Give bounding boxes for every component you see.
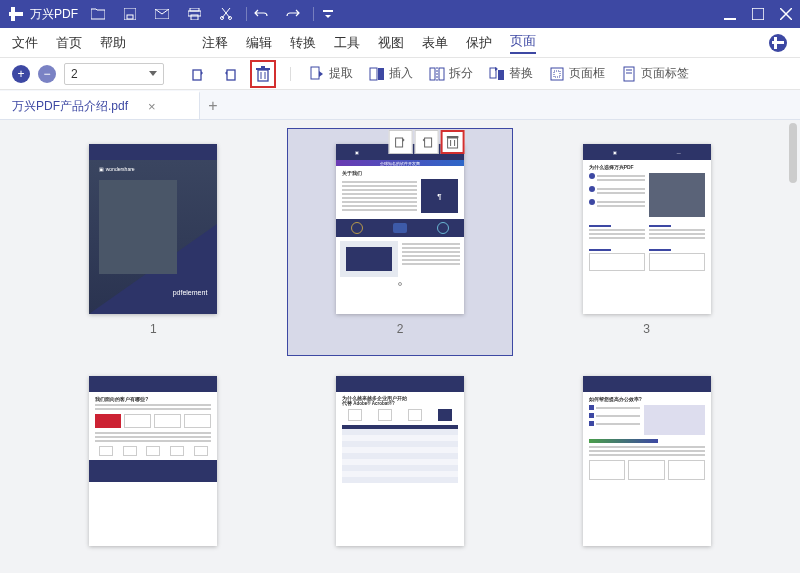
app-title: 万兴PDF bbox=[30, 6, 78, 23]
tab-close-icon[interactable]: × bbox=[148, 99, 156, 114]
product-name: pdfelement bbox=[173, 289, 208, 296]
svg-rect-27 bbox=[439, 68, 444, 80]
more-icon[interactable] bbox=[320, 6, 336, 22]
page-thumbnail[interactable]: ▣ wondershare pdfelement 1 bbox=[60, 144, 247, 336]
menu-form[interactable]: 表单 bbox=[422, 34, 448, 52]
page-select-dropdown[interactable]: 2 bbox=[64, 63, 164, 85]
split-icon bbox=[429, 66, 445, 82]
cut-icon[interactable] bbox=[218, 6, 234, 22]
svg-rect-20 bbox=[261, 66, 265, 68]
replace-button[interactable]: 替换 bbox=[485, 63, 537, 84]
svg-rect-32 bbox=[554, 71, 560, 77]
svg-rect-10 bbox=[323, 10, 333, 12]
svg-rect-18 bbox=[258, 70, 268, 81]
svg-rect-37 bbox=[425, 138, 432, 147]
pages-canvas: ▣ wondershare pdfelement 1 ▣—— 全球知名的软件开发… bbox=[0, 120, 800, 573]
rotate-left-button[interactable] bbox=[186, 62, 210, 86]
chevron-down-icon bbox=[149, 71, 157, 76]
svg-rect-36 bbox=[396, 138, 403, 147]
menu-edit[interactable]: 编辑 bbox=[246, 34, 272, 52]
redo-icon[interactable] bbox=[285, 6, 301, 22]
replace-icon bbox=[489, 66, 505, 82]
page-thumbnail[interactable]: ▣— 为什么选择万兴PDF bbox=[553, 144, 740, 336]
brand-logo-icon bbox=[768, 33, 788, 53]
svg-rect-1 bbox=[9, 12, 23, 16]
svg-rect-33 bbox=[624, 67, 634, 81]
tabstrip: 万兴PDF产品介绍.pdf × + bbox=[0, 90, 800, 120]
menu-convert[interactable]: 转换 bbox=[290, 34, 316, 52]
menu-view[interactable]: 视图 bbox=[378, 34, 404, 52]
maximize-icon[interactable] bbox=[752, 8, 764, 20]
menu-help[interactable]: 帮助 bbox=[100, 34, 126, 52]
print-icon[interactable] bbox=[186, 6, 202, 22]
svg-point-8 bbox=[221, 17, 224, 20]
svg-rect-26 bbox=[430, 68, 435, 80]
svg-rect-16 bbox=[193, 70, 201, 80]
add-tab-button[interactable]: + bbox=[200, 93, 226, 119]
menu-home[interactable]: 首页 bbox=[56, 34, 82, 52]
delete-page-button[interactable] bbox=[250, 60, 276, 88]
menu-page[interactable]: 页面 bbox=[510, 32, 536, 54]
extract-button[interactable]: 提取 bbox=[305, 63, 357, 84]
labels-icon bbox=[621, 66, 637, 82]
vertical-scrollbar[interactable] bbox=[788, 122, 798, 571]
svg-rect-25 bbox=[378, 68, 384, 80]
page-thumbnail[interactable]: 为什么越来越多企业用户开始代替 Adobe® Acrobat®? bbox=[307, 376, 494, 546]
page-select-value: 2 bbox=[71, 67, 78, 81]
menu-protect[interactable]: 保护 bbox=[466, 34, 492, 52]
svg-rect-11 bbox=[724, 18, 736, 20]
insert-icon bbox=[369, 66, 385, 82]
insert-button[interactable]: 插入 bbox=[365, 63, 417, 84]
svg-rect-23 bbox=[311, 67, 319, 79]
menu-annotate[interactable]: 注释 bbox=[202, 34, 228, 52]
scrollbar-thumb[interactable] bbox=[789, 123, 797, 183]
svg-rect-31 bbox=[551, 68, 563, 80]
svg-rect-24 bbox=[370, 68, 377, 80]
page-number: 1 bbox=[150, 322, 157, 336]
zoom-in-button[interactable]: + bbox=[12, 65, 30, 83]
page-thumbnail[interactable]: 如何帮您提高办公效率? bbox=[553, 376, 740, 546]
page-floating-actions bbox=[389, 130, 465, 154]
page-thumbnail[interactable]: 我们面向的客户有哪些? bbox=[60, 376, 247, 546]
page3-heading: 为什么选择万兴PDF bbox=[589, 164, 705, 170]
page-thumbnail[interactable]: ▣—— 全球知名的软件开发商 关于我们 ¶ bbox=[307, 144, 494, 336]
titlebar: 万兴PDF bbox=[0, 0, 800, 28]
float-delete-button[interactable] bbox=[441, 130, 465, 154]
minimize-icon[interactable] bbox=[724, 8, 736, 20]
close-icon[interactable] bbox=[780, 8, 792, 20]
float-rotate-right-button[interactable] bbox=[415, 130, 439, 154]
svg-rect-2 bbox=[124, 8, 136, 20]
page-number: 3 bbox=[643, 322, 650, 336]
svg-rect-38 bbox=[448, 138, 458, 148]
tab-title: 万兴PDF产品介绍.pdf bbox=[12, 98, 128, 115]
app-icon bbox=[8, 6, 24, 22]
float-rotate-left-button[interactable] bbox=[389, 130, 413, 154]
menubar: 文件 首页 帮助 注释 编辑 转换 工具 视图 表单 保护 页面 bbox=[0, 28, 800, 58]
crop-button[interactable]: 页面框 bbox=[545, 63, 609, 84]
svg-rect-39 bbox=[447, 136, 459, 138]
menu-file[interactable]: 文件 bbox=[12, 34, 38, 52]
svg-rect-30 bbox=[498, 70, 504, 80]
page-toolbar: + − 2 提取 插入 拆分 替换 页面框 页面标签 bbox=[0, 58, 800, 90]
page-number: 2 bbox=[397, 322, 404, 336]
open-folder-icon[interactable] bbox=[90, 6, 106, 22]
extract-icon bbox=[309, 66, 325, 82]
svg-rect-3 bbox=[127, 15, 133, 19]
save-icon[interactable] bbox=[122, 6, 138, 22]
undo-icon[interactable] bbox=[253, 6, 269, 22]
brand-mark: ▣ wondershare bbox=[99, 166, 134, 172]
menu-tools[interactable]: 工具 bbox=[334, 34, 360, 52]
page2-heading: 关于我们 bbox=[342, 170, 458, 176]
mail-icon[interactable] bbox=[154, 6, 170, 22]
svg-rect-19 bbox=[256, 68, 270, 70]
document-tab[interactable]: 万兴PDF产品介绍.pdf × bbox=[0, 91, 200, 119]
svg-rect-15 bbox=[772, 41, 784, 44]
page-labels-button[interactable]: 页面标签 bbox=[617, 63, 693, 84]
split-button[interactable]: 拆分 bbox=[425, 63, 477, 84]
crop-icon bbox=[549, 66, 565, 82]
svg-rect-17 bbox=[227, 70, 235, 80]
zoom-out-button[interactable]: − bbox=[38, 65, 56, 83]
svg-rect-12 bbox=[752, 8, 764, 20]
rotate-right-button[interactable] bbox=[218, 62, 242, 86]
